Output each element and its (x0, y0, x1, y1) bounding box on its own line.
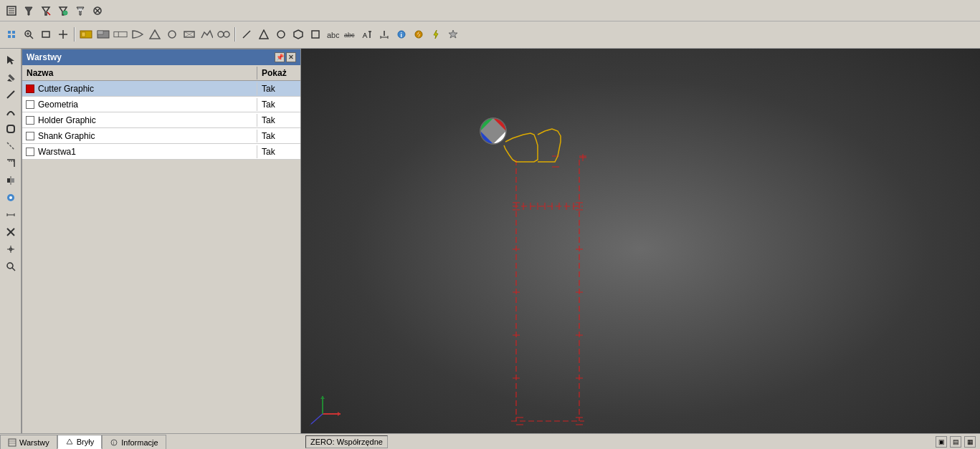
svg-point-55 (415, 31, 422, 38)
sidebar-curve-icon[interactable] (3, 104, 19, 120)
layer-icon-1 (25, 100, 35, 110)
tb-snap-btn[interactable] (4, 26, 19, 42)
tab-warstwy[interactable]: Warstwy (0, 435, 57, 449)
status-btn3[interactable]: ▦ (964, 436, 976, 448)
svg-marker-4 (25, 7, 32, 15)
svg-point-68 (9, 196, 12, 199)
tb-c1-btn[interactable] (78, 26, 94, 42)
sidebar-mirror-icon[interactable] (3, 173, 19, 188)
tab-warstwy-label: Warstwy (19, 438, 49, 447)
tab-bryly-label: Bryły (77, 438, 94, 446)
sidebar-paint-icon[interactable] (3, 190, 19, 206)
tb-arr2-btn[interactable]: abc (342, 26, 358, 42)
layer-name-text-0: Cutter Graphic (38, 84, 94, 94)
status-btn2[interactable]: ▤ (950, 436, 961, 448)
tb-rect-btn[interactable] (38, 26, 54, 42)
sidebar-fillet-icon[interactable] (3, 121, 19, 137)
tb-filter4-btn[interactable] (55, 3, 71, 19)
tb-sq-btn[interactable] (308, 26, 323, 42)
tb-filter3-btn[interactable] (38, 3, 54, 19)
svg-line-78 (12, 268, 15, 271)
svg-marker-120 (338, 412, 341, 416)
sidebar-x-icon[interactable] (3, 224, 19, 240)
sidebar-trim-icon[interactable] (3, 138, 19, 154)
tb-c9-btn[interactable] (216, 26, 232, 42)
tb-line-btn[interactable] (239, 26, 254, 42)
svg-marker-57 (434, 30, 438, 39)
sidebar-search-icon[interactable] (3, 259, 19, 274)
svg-marker-66 (11, 178, 14, 183)
svg-rect-29 (114, 32, 127, 37)
svg-rect-14 (8, 31, 11, 34)
layer-row-0[interactable]: Cutter GraphicTak (22, 81, 300, 97)
layer-row-1[interactable]: GeometriaTak (22, 97, 300, 112)
tb-star-btn[interactable] (445, 26, 461, 42)
tb-c3-btn[interactable] (113, 26, 128, 42)
svg-text:abc: abc (327, 31, 339, 39)
layer-name-text-4: Warstwa1 (38, 147, 76, 157)
warstwy-titlebar: Warstwy 📌 ✕ (22, 49, 300, 65)
svg-marker-38 (260, 30, 268, 39)
svg-rect-62 (7, 125, 14, 132)
svg-text:i: i (113, 440, 115, 445)
svg-rect-26 (82, 32, 85, 37)
layer-visible-4: Tak (257, 145, 300, 158)
layer-row-3[interactable]: Shank GraphicTak (22, 128, 300, 144)
tb-cross-btn[interactable] (55, 26, 71, 42)
status-btn1[interactable]: ▣ (936, 436, 947, 448)
titlebar-buttons: 📌 ✕ (275, 52, 296, 62)
layer-row-2[interactable]: Holder GraphicTak (22, 112, 300, 128)
sidebar-snap-icon[interactable] (3, 241, 19, 257)
tab-bryly[interactable]: Bryły (57, 435, 102, 449)
svg-rect-17 (12, 35, 15, 38)
tb-filter6-btn[interactable] (90, 3, 105, 19)
tb-info-btn[interactable]: i (394, 26, 409, 42)
status-zero: ZERO: Współrzędne (305, 435, 388, 448)
layers-list: Cutter GraphicTakGeometriaTakHolder Grap… (22, 81, 300, 160)
tb-c4-btn[interactable] (130, 26, 146, 42)
status-bar: ZERO: Współrzędne ▣ ▤ ▦ (301, 433, 980, 449)
sidebar-dim-icon[interactable] (3, 207, 19, 223)
pin-btn[interactable]: 📌 (275, 52, 285, 62)
tb-bolt-btn[interactable] (411, 26, 427, 42)
svg-rect-15 (12, 31, 15, 34)
svg-line-6 (47, 12, 50, 15)
tb-c5-btn[interactable] (147, 26, 163, 42)
tb-filter5-btn[interactable] (72, 3, 88, 19)
tab-informacje[interactable]: i Informacje (102, 435, 166, 449)
tb-text1-btn[interactable] (359, 26, 375, 42)
tab-informacje-label: Informacje (121, 438, 158, 447)
tb-arr1-btn[interactable]: abc (325, 26, 341, 42)
layer-visible-2: Tak (257, 114, 300, 127)
sidebar-draw-icon[interactable] (3, 87, 19, 102)
tb-c8-btn[interactable] (199, 26, 214, 42)
tb-c7-btn[interactable] (181, 26, 197, 42)
tb-tri-btn[interactable] (256, 26, 272, 42)
sidebar-offset-icon[interactable] (3, 155, 19, 171)
tb-c2-btn[interactable] (95, 26, 111, 42)
svg-point-35 (218, 32, 224, 37)
sidebar-edit-icon[interactable] (3, 69, 19, 85)
svg-marker-40 (294, 30, 303, 39)
layer-row-4[interactable]: Warstwa1Tak (22, 144, 300, 160)
close-btn[interactable]: ✕ (286, 52, 296, 62)
tb-filter2-btn[interactable] (21, 3, 37, 19)
tb-c6-btn[interactable] (164, 26, 180, 42)
warstwy-panel: Warstwy 📌 ✕ Nazwa Pokaż Cutter GraphicTa… (22, 49, 301, 435)
svg-line-61 (7, 91, 14, 98)
layer-icon-0 (25, 84, 35, 94)
layer-name-text-1: Geometria (38, 100, 78, 110)
layer-name-text-3: Shank Graphic (38, 131, 95, 141)
tb-zoom-btn[interactable] (21, 26, 37, 42)
tb-hex-btn[interactable] (290, 26, 306, 42)
svg-rect-41 (312, 31, 319, 38)
tb-dim-btn[interactable] (376, 26, 392, 42)
tb-lightning-btn[interactable] (428, 26, 444, 42)
svg-rect-16 (8, 35, 11, 38)
tb-circle-btn[interactable] (273, 26, 289, 42)
svg-line-63 (7, 143, 14, 150)
col-nazwa-header: Nazwa (22, 67, 257, 79)
svg-rect-22 (42, 32, 49, 37)
sidebar-select-icon[interactable] (3, 52, 19, 68)
tb-filter1-btn[interactable] (4, 3, 19, 19)
